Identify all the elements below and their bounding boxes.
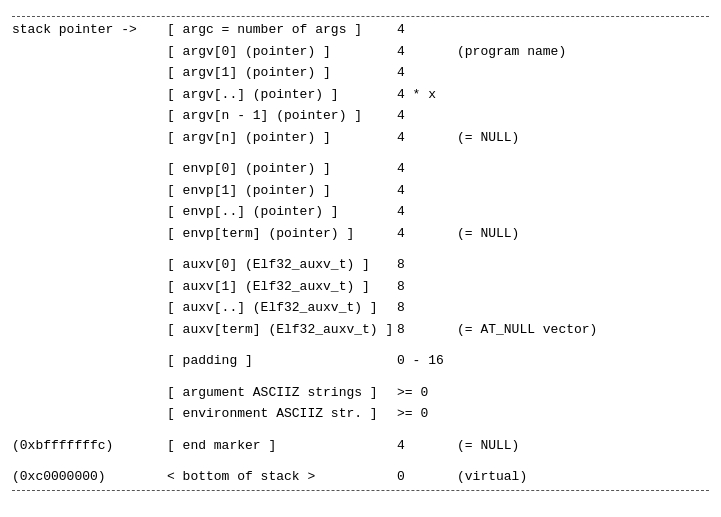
table-row: [ argv[n - 1] (pointer) ]4 — [12, 105, 709, 127]
cell-size: 0 - 16 — [397, 351, 457, 371]
cell-size: 4 — [397, 128, 457, 148]
table-row: [ argument ASCIIZ strings ]>= 0 — [12, 382, 709, 404]
cell-comment — [457, 298, 709, 318]
cell-comment — [457, 106, 709, 126]
cell-comment — [457, 181, 709, 201]
cell-comment — [457, 159, 709, 179]
cell-size: 0 — [397, 467, 457, 487]
cell-position — [12, 181, 167, 201]
cell-position — [12, 298, 167, 318]
cell-content: [ envp[0] (pointer) ] — [167, 159, 397, 179]
cell-position — [12, 383, 167, 403]
top-divider — [12, 16, 709, 17]
cell-comment: (program name) — [457, 42, 709, 62]
table-header — [12, 10, 709, 14]
cell-size: 4 — [397, 224, 457, 244]
cell-content: [ argv[0] (pointer) ] — [167, 42, 397, 62]
cell-content: [ argv[..] (pointer) ] — [167, 85, 397, 105]
cell-content: [ argument ASCIIZ strings ] — [167, 383, 397, 403]
cell-content: [ end marker ] — [167, 436, 397, 456]
table-row: [ auxv[0] (Elf32_auxv_t) ]8 — [12, 254, 709, 276]
cell-content: [ auxv[..] (Elf32_auxv_t) ] — [167, 298, 397, 318]
spacer-row — [12, 340, 709, 350]
cell-size: 8 — [397, 320, 457, 340]
cell-position — [12, 159, 167, 179]
cell-position: (0xbfffffffc) — [12, 436, 167, 456]
cell-comment: (= NULL) — [457, 436, 709, 456]
cell-position — [12, 255, 167, 275]
cell-position — [12, 320, 167, 340]
cell-size: >= 0 — [397, 404, 457, 424]
cell-comment — [457, 202, 709, 222]
bottom-divider — [12, 490, 709, 491]
cell-content: [ auxv[1] (Elf32_auxv_t) ] — [167, 277, 397, 297]
cell-size: 4 — [397, 159, 457, 179]
cell-size: 4 — [397, 202, 457, 222]
table-row: (0xbfffffffc)[ end marker ]4(= NULL) — [12, 435, 709, 457]
table-row: [ auxv[1] (Elf32_auxv_t) ]8 — [12, 276, 709, 298]
table-row: [ envp[..] (pointer) ]4 — [12, 201, 709, 223]
table-row: stack pointer ->[ argc = number of args … — [12, 19, 709, 41]
cell-size: 4 — [397, 106, 457, 126]
cell-comment — [457, 383, 709, 403]
cell-comment: (= NULL) — [457, 128, 709, 148]
spacer-row — [12, 425, 709, 435]
cell-comment: (= NULL) — [457, 224, 709, 244]
cell-size: 4 — [397, 436, 457, 456]
cell-position — [12, 351, 167, 371]
table-row: [ argv[0] (pointer) ]4(program name) — [12, 41, 709, 63]
cell-comment — [457, 351, 709, 371]
cell-content: [ argc = number of args ] — [167, 20, 397, 40]
cell-position — [12, 63, 167, 83]
cell-position — [12, 277, 167, 297]
cell-position — [12, 106, 167, 126]
cell-comment — [457, 277, 709, 297]
cell-position: stack pointer -> — [12, 20, 167, 40]
table-row: [ argv[n] (pointer) ]4(= NULL) — [12, 127, 709, 149]
cell-position — [12, 404, 167, 424]
cell-comment: (= AT_NULL vector) — [457, 320, 709, 340]
table-row: [ envp[1] (pointer) ]4 — [12, 180, 709, 202]
table-row: [ padding ]0 - 16 — [12, 350, 709, 372]
cell-position — [12, 128, 167, 148]
cell-content: [ environment ASCIIZ str. ] — [167, 404, 397, 424]
table-row: (0xc0000000)< bottom of stack >0(virtual… — [12, 466, 709, 488]
rows-container: stack pointer ->[ argc = number of args … — [12, 19, 709, 488]
cell-content: [ padding ] — [167, 351, 397, 371]
cell-size: 4 * x — [397, 85, 457, 105]
cell-size: 4 — [397, 63, 457, 83]
table-row: [ argv[..] (pointer) ]4 * x — [12, 84, 709, 106]
stack-layout-table: stack pointer ->[ argc = number of args … — [12, 10, 709, 491]
cell-content: [ argv[n - 1] (pointer) ] — [167, 106, 397, 126]
spacer-row — [12, 148, 709, 158]
cell-content: [ argv[n] (pointer) ] — [167, 128, 397, 148]
cell-content: [ auxv[term] (Elf32_auxv_t) ] — [167, 320, 397, 340]
table-row: [ auxv[..] (Elf32_auxv_t) ]8 — [12, 297, 709, 319]
cell-size: 4 — [397, 181, 457, 201]
cell-content: < bottom of stack > — [167, 467, 397, 487]
cell-content: [ argv[1] (pointer) ] — [167, 63, 397, 83]
table-row: [ environment ASCIIZ str. ]>= 0 — [12, 403, 709, 425]
cell-position — [12, 42, 167, 62]
spacer-row — [12, 372, 709, 382]
cell-content: [ envp[term] (pointer) ] — [167, 224, 397, 244]
cell-size: 8 — [397, 277, 457, 297]
cell-size: >= 0 — [397, 383, 457, 403]
cell-size: 8 — [397, 255, 457, 275]
cell-content: [ envp[..] (pointer) ] — [167, 202, 397, 222]
cell-comment — [457, 63, 709, 83]
cell-comment: (virtual) — [457, 467, 709, 487]
cell-comment — [457, 255, 709, 275]
spacer-row — [12, 456, 709, 466]
table-row: [ argv[1] (pointer) ]4 — [12, 62, 709, 84]
spacer-row — [12, 244, 709, 254]
cell-position — [12, 224, 167, 244]
table-row: [ envp[0] (pointer) ]4 — [12, 158, 709, 180]
cell-size: 4 — [397, 20, 457, 40]
cell-content: [ envp[1] (pointer) ] — [167, 181, 397, 201]
cell-comment — [457, 85, 709, 105]
cell-position: (0xc0000000) — [12, 467, 167, 487]
cell-size: 8 — [397, 298, 457, 318]
table-row: [ envp[term] (pointer) ]4(= NULL) — [12, 223, 709, 245]
cell-comment — [457, 20, 709, 40]
